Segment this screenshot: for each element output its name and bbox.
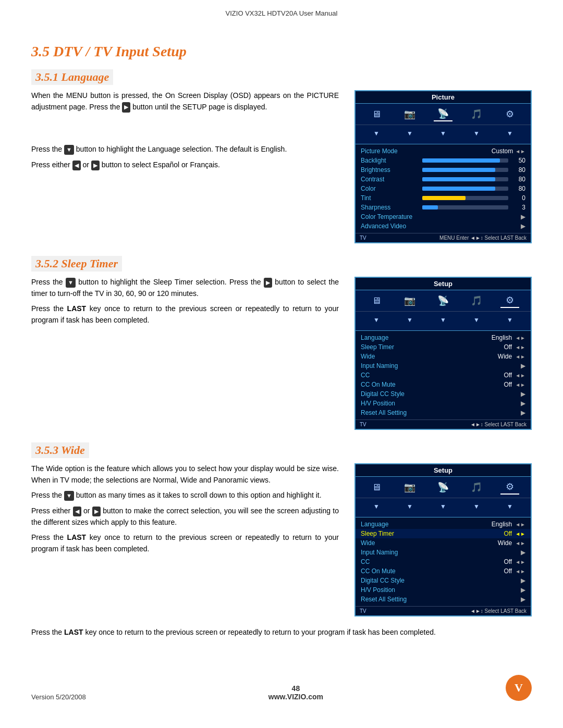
setup2-row-reset: Reset All Setting ▶ — [356, 595, 531, 604]
osd-setup-sub-icons-1: ▼ ▼ ▼ ▼ ▼ — [356, 312, 531, 331]
setup-sub-5: ▼ — [500, 313, 519, 327]
setup-icon-1: 🖥 — [367, 293, 386, 308]
osd-setup-sub-icons-2: ▼ ▼ ▼ ▼ ▼ — [356, 498, 531, 517]
header-title: VIZIO VX32L HDTV20A User Manual — [226, 9, 338, 17]
osd-setup-rows-1: Language English ◄► Sleep Timer Off ◄► W… — [356, 331, 531, 419]
setup2-sub-5: ▼ — [500, 499, 519, 514]
setup2-row-input: Input Naming ▶ — [356, 548, 531, 557]
setup2-row-cc-mute: CC On Mute Off ◄► — [356, 566, 531, 576]
setup-row-language: Language English ◄► — [356, 333, 531, 342]
right-button-3: ▶ — [92, 507, 101, 516]
right-button-icon: ▶ — [91, 161, 100, 170]
setup-osd-screen-2: Setup 🖥 📷 📡 🎵 ⚙ ▼ ▼ ▼ ▼ ▼ — [354, 463, 532, 616]
setup-row-cc-mute: CC On Mute Off ◄► — [356, 380, 531, 389]
setup-icon-3: 📡 — [434, 293, 452, 308]
setup-icon-4: 🎵 — [467, 293, 486, 308]
setup2-icon-3: 📡 — [434, 480, 452, 495]
setup2-row-digital-cc: Digital CC Style ▶ — [356, 576, 531, 585]
setup2-row-sleep: Sleep Timer Off ◄► — [356, 529, 531, 538]
icon-sub5: ▼ — [500, 126, 519, 141]
setup-row-cc: CC Off ◄► — [356, 371, 531, 380]
osd-status-bar-1: TV MENU Enter ◄►↕ Select LAST Back — [356, 233, 531, 242]
osd-row-color-temp: Color Temperature ▶ — [356, 212, 531, 221]
left-button-3: ◀ — [73, 507, 81, 516]
setup-row-reset: Reset All Setting ▶ — [356, 408, 531, 417]
section-352-title: 3.5.2 Sleep Timer — [31, 256, 122, 272]
setup2-row-wide: Wide Wide ◄► — [356, 538, 531, 548]
setup2-sub-4: ▼ — [467, 499, 486, 514]
setup2-icon-4: 🎵 — [467, 480, 486, 495]
setup2-row-cc: CC Off ◄► — [356, 557, 531, 566]
osd-row-tint: Tint 0 — [356, 193, 531, 203]
down-button-2: ▼ — [66, 278, 76, 288]
icon-monitor: 🖥 — [367, 107, 386, 121]
osd-setup-title-2: Setup — [356, 464, 531, 477]
page-footer: Version 5/20/2008 48 www.VIZIO.com V — [0, 670, 563, 711]
icon-sub3: ▼ — [434, 126, 452, 141]
setup2-icon-2: 📷 — [400, 480, 419, 495]
setup2-sub-1: ▼ — [367, 499, 386, 514]
section-351-text: When the MENU button is pressed, the On … — [31, 90, 339, 175]
footer-website: www.VIZIO.com — [268, 693, 323, 701]
section-351-title: 3.5.1 Language — [31, 69, 113, 85]
osd-row-sharpness: Sharpness 3 — [356, 203, 531, 212]
osd-setup-title-1: Setup — [356, 278, 531, 290]
setup2-icon-5: ⚙ — [500, 480, 519, 495]
icon-camera: 📷 — [400, 107, 419, 121]
icon-sub2: ▼ — [400, 126, 419, 141]
setup-icon-5: ⚙ — [500, 293, 519, 308]
icon-sub4: ▼ — [467, 126, 486, 141]
section-352-text: Press the ▼ button to highlight the Slee… — [31, 277, 339, 330]
down-button-icon: ▼ — [64, 145, 74, 155]
setup2-row-language: Language English ◄► — [356, 520, 531, 529]
icon-music: 🎵 — [467, 107, 486, 121]
setup-icon-2: 📷 — [400, 293, 419, 308]
osd-setup-icons-1: 🖥 📷 📡 🎵 ⚙ — [356, 290, 531, 312]
setup-row-input: Input Naming ▶ — [356, 361, 531, 371]
setup2-icon-1: 🖥 — [367, 480, 386, 495]
setup-row-hv: H/V Position ▶ — [356, 399, 531, 408]
footer-page-num: 48 — [268, 684, 323, 693]
osd-setup-rows-2: Language English ◄► Sleep Timer Off ◄► W… — [356, 517, 531, 606]
icon-satellite: 📡 — [434, 107, 452, 121]
setup-sub-3: ▼ — [434, 313, 452, 327]
footer-version: Version 5/20/2008 — [31, 693, 86, 701]
setup-row-digital-cc: Digital CC Style ▶ — [356, 389, 531, 399]
osd-row-advanced-video: Advanced Video ▶ — [356, 221, 531, 231]
setup-sub-2: ▼ — [400, 313, 419, 327]
setup2-sub-3: ▼ — [434, 499, 452, 514]
footer-page-info: 48 www.VIZIO.com — [268, 684, 323, 701]
setup2-sub-2: ▼ — [400, 499, 419, 514]
osd-top-icons: 🖥 📷 📡 🎵 ⚙ — [356, 104, 531, 125]
osd-status-bar-3: TV ◄►↕ Select LAST Back — [356, 606, 531, 615]
nav-button-icon: ▶ — [122, 102, 130, 112]
setup-osd-screen-1: Setup 🖥 📷 📡 🎵 ⚙ ▼ ▼ ▼ ▼ ▼ — [354, 277, 532, 430]
down-button-3: ▼ — [64, 491, 74, 501]
main-section-title: 3.5 DTV / TV Input Setup — [31, 43, 532, 60]
setup-row-wide: Wide Wide ◄► — [356, 352, 531, 361]
icon-settings: ⚙ — [500, 107, 519, 121]
setup2-row-hv: H/V Position ▶ — [356, 585, 531, 595]
osd-setup-icons-2: 🖥 📷 📡 🎵 ⚙ — [356, 477, 531, 498]
setup-sub-1: ▼ — [367, 313, 386, 327]
page-header: VIZIO VX32L HDTV20A User Manual — [0, 0, 563, 22]
osd-row-brightness: Brightness 80 — [356, 165, 531, 175]
osd-title: Picture — [356, 91, 531, 104]
osd-row-picture-mode: Picture Mode Custom ◄► — [356, 146, 531, 156]
osd-row-color: Color 80 — [356, 184, 531, 193]
icon-sub1: ▼ — [367, 126, 386, 141]
footer-logo: V — [506, 675, 532, 701]
section-353-title: 3.5.3 Wide — [31, 442, 89, 458]
right-button-2: ▶ — [264, 278, 272, 288]
section-353-text: The Wide option is the feature which all… — [31, 463, 339, 559]
osd-picture-rows: Picture Mode Custom ◄► Backlight 50 B — [356, 144, 531, 233]
osd-status-bar-2: TV ◄►↕ Select LAST Back — [356, 419, 531, 429]
left-button-icon: ◀ — [72, 161, 81, 170]
osd-row-contrast: Contrast 80 — [356, 175, 531, 184]
picture-osd-screen: Picture 🖥 📷 📡 🎵 ⚙ ▼ ▼ ▼ ▼ ▼ — [354, 90, 532, 243]
osd-sub-icons: ▼ ▼ ▼ ▼ ▼ — [356, 125, 531, 144]
setup-sub-4: ▼ — [467, 313, 486, 327]
osd-row-backlight: Backlight 50 — [356, 156, 531, 165]
setup-row-sleep: Sleep Timer Off ◄► — [356, 342, 531, 352]
